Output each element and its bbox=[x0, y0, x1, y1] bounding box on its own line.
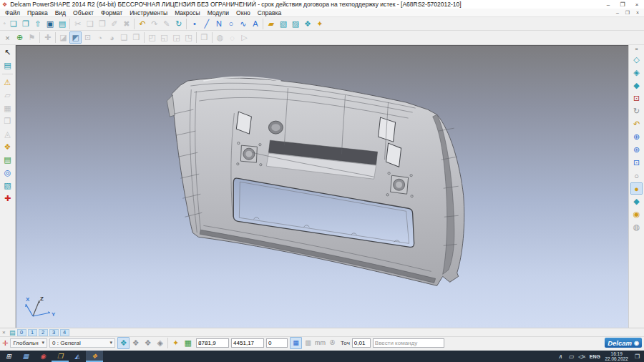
app-browser-icon[interactable]: ◉ bbox=[34, 351, 52, 362]
analyze-icon[interactable]: ◬ bbox=[1, 128, 14, 140]
view-direction-icon[interactable]: ⊡ bbox=[630, 92, 643, 104]
select-solid-icon[interactable]: ◪ bbox=[57, 31, 69, 44]
warning-annotation-icon[interactable]: ⚠ bbox=[1, 77, 14, 89]
coordinate-x-field[interactable] bbox=[196, 338, 229, 348]
view-hidden-line-icon[interactable]: ◈ bbox=[630, 67, 643, 79]
limit-box-icon[interactable]: ❑ bbox=[118, 31, 130, 44]
solid-trim-icon[interactable]: ◲ bbox=[170, 31, 182, 44]
mesh-tools-icon[interactable]: ▦ bbox=[1, 102, 14, 114]
menu-item[interactable]: Формат bbox=[97, 9, 126, 16]
curve-tool-icon[interactable]: ∿ bbox=[237, 18, 249, 30]
workplane-multi-icon[interactable]: ❖ bbox=[130, 337, 142, 349]
tool-robot-icon[interactable]: ✇ bbox=[326, 337, 338, 349]
render-options-icon[interactable]: ◍ bbox=[630, 221, 643, 233]
powershape-taskbar-icon[interactable]: ❖ bbox=[86, 351, 103, 362]
shading-wireframe-icon[interactable]: ○ bbox=[630, 170, 643, 182]
delete-icon[interactable]: ✖ bbox=[120, 18, 132, 30]
cut-icon[interactable]: ✂ bbox=[72, 18, 84, 30]
menu-item[interactable]: Вид bbox=[52, 9, 69, 16]
view-spin-icon[interactable]: ↻ bbox=[630, 105, 643, 117]
new-file-icon[interactable]: ❏ bbox=[7, 18, 19, 30]
shading-shaded-icon[interactable]: ● bbox=[630, 182, 643, 195]
select-window-icon[interactable]: ⊡ bbox=[82, 31, 94, 44]
model-compare-icon[interactable]: ▧ bbox=[1, 180, 14, 192]
copy-icon[interactable]: ❑ bbox=[84, 18, 96, 30]
volume-muted-icon[interactable]: ◁× bbox=[576, 351, 587, 362]
menu-item[interactable]: Модули bbox=[204, 9, 233, 16]
text-tool-icon[interactable]: A bbox=[249, 18, 261, 30]
rotate-face-icon[interactable]: ◔ bbox=[94, 31, 106, 44]
workplane-manager-icon[interactable]: ▤ bbox=[1, 59, 14, 72]
inspect-icon[interactable]: ◎ bbox=[1, 167, 14, 179]
grid-icon[interactable]: ▦ bbox=[182, 337, 194, 349]
import-icon[interactable]: ⇧ bbox=[31, 18, 44, 30]
menu-item[interactable]: Инструменты bbox=[126, 9, 171, 16]
close-toolbar-icon[interactable]: × bbox=[1, 31, 14, 44]
format-brush-icon[interactable]: ✐ bbox=[108, 18, 120, 30]
assembly-tool-icon[interactable]: ❖ bbox=[301, 18, 313, 30]
network-icon[interactable]: ▭ bbox=[565, 351, 576, 362]
solid-direction-icon[interactable]: ▷ bbox=[238, 31, 250, 44]
levels-icon[interactable]: ▤ bbox=[9, 329, 16, 336]
point-tool-icon[interactable]: • bbox=[188, 18, 200, 30]
surface-compare-icon[interactable]: ▱ bbox=[1, 89, 14, 102]
line-tool-icon[interactable]: ╱ bbox=[200, 18, 213, 30]
flag-icon[interactable]: ⚑ bbox=[26, 31, 38, 44]
start-button[interactable]: ⊞ bbox=[0, 351, 17, 362]
tolerance-field[interactable] bbox=[352, 338, 371, 348]
select-cursor-icon[interactable]: ↖ bbox=[1, 47, 14, 59]
coordinate-y-field[interactable] bbox=[231, 338, 264, 348]
calculator-icon[interactable]: ▥ bbox=[302, 337, 314, 349]
zoom-in-icon[interactable]: ⊕ bbox=[630, 131, 643, 143]
block-tools-icon[interactable]: ❒ bbox=[1, 115, 14, 127]
feature-tool-icon[interactable]: ▨ bbox=[289, 18, 301, 30]
menu-item[interactable]: Макросы bbox=[171, 9, 203, 16]
solid-split-icon[interactable]: ◳ bbox=[182, 31, 195, 44]
surface-tool-icon[interactable]: ▰ bbox=[265, 18, 277, 30]
sheet-tab[interactable]: 0 bbox=[17, 329, 26, 336]
level-select[interactable]: 0 : General▾ bbox=[49, 338, 115, 348]
solid-group-icon[interactable]: ❒ bbox=[198, 31, 210, 44]
menu-item[interactable]: Окно bbox=[233, 9, 254, 16]
solid-join-icon[interactable]: ◱ bbox=[158, 31, 170, 44]
sheet-tab[interactable]: 1 bbox=[28, 329, 37, 336]
render-raytrace-icon[interactable]: ◉ bbox=[630, 208, 643, 220]
zoom-box-icon[interactable]: ⊡ bbox=[630, 157, 643, 169]
coordinate-z-field[interactable] bbox=[266, 338, 288, 348]
app-cad-icon[interactable]: ◭ bbox=[69, 351, 86, 362]
workplane-select[interactable]: Глобальн▾ bbox=[10, 338, 47, 348]
model-doctor-icon[interactable]: ✚ bbox=[1, 192, 14, 205]
view-shaded-icon[interactable]: ◆ bbox=[630, 79, 643, 92]
model-3d[interactable] bbox=[16, 45, 628, 328]
workplane-single-icon[interactable]: ❖ bbox=[117, 337, 130, 349]
workplane-lock-icon[interactable]: ◈ bbox=[154, 337, 166, 349]
circle-tool-icon[interactable]: ○ bbox=[225, 18, 237, 30]
close-view-toolbar-icon[interactable]: × bbox=[635, 46, 638, 53]
keypad-icon[interactable]: ▦ bbox=[290, 337, 302, 349]
file-explorer-icon[interactable]: ❒ bbox=[52, 351, 69, 362]
solid-array-icon[interactable]: ◌ bbox=[226, 31, 238, 44]
surface-analysis-icon[interactable]: ▤ bbox=[1, 154, 14, 166]
language-indicator[interactable]: ENG bbox=[588, 354, 601, 359]
convert-icon[interactable]: ↻ bbox=[172, 18, 185, 30]
save-icon[interactable]: ▣ bbox=[44, 18, 56, 30]
add-feature-icon[interactable]: ✚ bbox=[42, 31, 54, 44]
viewport-3d[interactable]: X Z Y bbox=[16, 45, 628, 328]
paste-icon[interactable]: ❒ bbox=[96, 18, 108, 30]
select-face-icon[interactable]: ◩ bbox=[69, 31, 82, 44]
workplane-world-icon[interactable]: ❖ bbox=[142, 337, 154, 349]
menu-item[interactable]: Файл bbox=[1, 9, 24, 16]
sheet-tab[interactable]: 3 bbox=[49, 329, 59, 336]
limit-box2-icon[interactable]: ❒ bbox=[130, 31, 142, 44]
menu-item[interactable]: Объект bbox=[69, 9, 97, 16]
wizard-tool-icon[interactable]: ✦ bbox=[313, 18, 326, 30]
rotate-face2-icon[interactable]: ◕ bbox=[106, 31, 118, 44]
view-previous-icon[interactable]: ↶ bbox=[630, 118, 643, 130]
toolbar-grip[interactable]: ∘ bbox=[1, 21, 7, 26]
taskbar-clock[interactable]: 16:19 22.06.2022 bbox=[602, 351, 630, 361]
units-icon[interactable]: mm bbox=[314, 337, 326, 349]
create-workplane-icon[interactable]: ⊕ bbox=[14, 31, 26, 44]
sheet-tab[interactable]: 2 bbox=[39, 329, 48, 336]
render-refine-icon[interactable]: ◆ bbox=[630, 195, 643, 207]
menu-item[interactable]: Справка bbox=[254, 9, 285, 16]
